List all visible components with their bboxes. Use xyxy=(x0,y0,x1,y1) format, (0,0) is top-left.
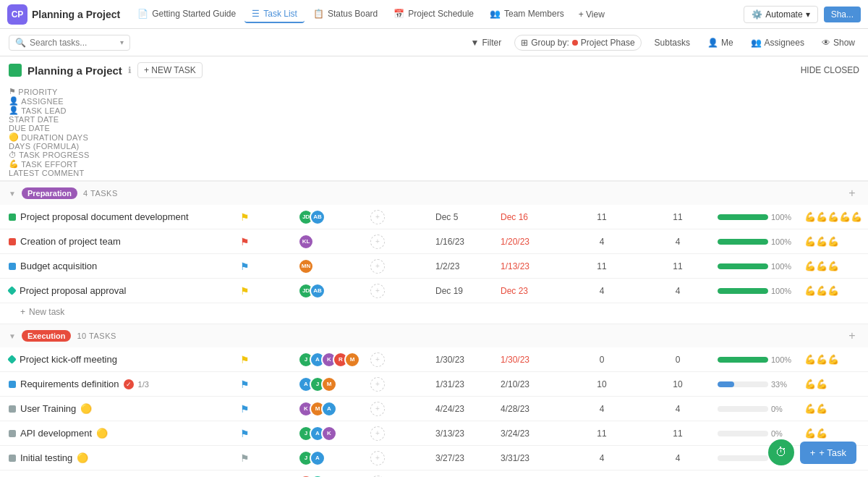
plus-icon: + xyxy=(20,307,25,317)
subtasks-button[interactable]: Subtasks xyxy=(650,35,694,50)
progress-label: 100% xyxy=(771,213,791,221)
column-headers: ⚑ PRIORITY 👤 ASSIGNEE 👤 TASK LEAD START … xyxy=(0,84,868,181)
col-task-effort[interactable]: 💪 TASK EFFORT xyxy=(9,159,859,169)
task-name-text: Initial testing xyxy=(20,452,72,463)
task-color-dot xyxy=(7,286,17,295)
col-task-progress[interactable]: ⏱ TASK PROGRESS xyxy=(9,151,859,159)
task-row[interactable]: API development 🟡 ⚑ J A K + 3/13/23 3/24… xyxy=(0,421,868,446)
progress-label: 100% xyxy=(771,287,791,295)
task-color-dot xyxy=(9,238,16,245)
assignee-cell: JD AB xyxy=(298,283,370,299)
filter-button[interactable]: ▼ Filter xyxy=(467,35,506,50)
due-date-cell: 3/24/23 xyxy=(501,429,566,439)
col-duration[interactable]: 🟡 DURATION DAYS xyxy=(9,132,859,142)
task-row[interactable]: Initial testing 🟡 ⚑ J A + 3/27/23 3/31/2… xyxy=(0,446,868,470)
task-lead-icon: + xyxy=(370,284,385,298)
me-button[interactable]: 👤 Me xyxy=(703,35,738,50)
task-row[interactable]: Usability testing 🟡 ⚑ CA T + 4/10/23 4/1… xyxy=(0,470,868,477)
avatar: T xyxy=(310,475,326,478)
col-assignee[interactable]: 👤 ASSIGNEE xyxy=(9,96,859,106)
col-task-lead[interactable]: 👤 TASK LEAD xyxy=(9,106,859,115)
due-date-cell: Dec 23 xyxy=(501,286,566,296)
preparation-badge: Preparation xyxy=(22,187,77,199)
progress-bar-wrap xyxy=(718,406,768,412)
col-start-date[interactable]: START DATE xyxy=(9,115,859,124)
list-icon: ☰ xyxy=(252,9,260,19)
planning-icon xyxy=(9,64,22,77)
timer-button[interactable]: ⏱ xyxy=(768,439,794,465)
new-task-header-button[interactable]: + NEW TASK xyxy=(137,62,203,78)
collapse-preparation-icon[interactable]: ▼ xyxy=(9,190,16,198)
task-row[interactable]: Budget acquisition ⚑ MN + 1/2/23 1/13/23… xyxy=(0,254,868,279)
col-priority[interactable]: ⚑ PRIORITY xyxy=(9,87,859,96)
plus-icon: + xyxy=(810,447,816,458)
automate-icon: ⚙️ xyxy=(752,9,762,20)
priority-icon: ⚑ xyxy=(240,354,250,366)
task-row[interactable]: Project proposal document development ⚑ … xyxy=(0,205,868,229)
avatar: M xyxy=(321,376,337,392)
task-color-dot xyxy=(9,263,16,270)
col-due-date[interactable]: DUE DATE xyxy=(9,124,859,132)
task-row[interactable]: Requirements definition ✓ 1/3 ⚑ A J M + … xyxy=(0,372,868,397)
task-lead-cell: + xyxy=(370,451,435,465)
task-color-dot xyxy=(9,455,16,462)
progress-cell: 100% xyxy=(718,237,804,246)
tab-task-list[interactable]: ☰ Task List xyxy=(244,6,305,23)
tab-project-schedule[interactable]: 📅 Project Schedule xyxy=(386,6,481,23)
task-row[interactable]: Creation of project team ⚑ KL + 1/16/23 … xyxy=(0,229,868,254)
add-view-button[interactable]: + View xyxy=(573,7,610,22)
automate-button[interactable]: ⚙️ Automate ▾ xyxy=(744,6,817,23)
start-date-cell: 1/31/23 xyxy=(435,379,501,389)
search-box[interactable]: 🔍 ▾ xyxy=(9,35,130,51)
add-task-main-button[interactable]: + + Task xyxy=(800,442,856,464)
priority-cell: ⚑ xyxy=(240,403,298,415)
tab-status-board[interactable]: 📋 Status Board xyxy=(306,6,385,23)
priority-icon: ⚑ xyxy=(240,211,250,223)
warning-emoji: 🟡 xyxy=(77,452,88,463)
show-button[interactable]: 👁 Show xyxy=(817,35,859,50)
assignee-cell: J A K xyxy=(298,426,370,442)
effort-cell: 💪💪💪 xyxy=(804,261,868,271)
progress-label: 33% xyxy=(771,380,787,389)
section-preparation-header: ▼ Preparation 4 TASKS + xyxy=(0,181,868,205)
due-date-cell: 2/10/23 xyxy=(501,379,566,389)
share-button[interactable]: Sha... xyxy=(824,7,861,22)
hide-closed-button[interactable]: HIDE CLOSED xyxy=(801,65,859,75)
warning-emoji: 🟡 xyxy=(80,403,92,414)
task-row[interactable]: User Training 🟡 ⚑ K M A + 4/24/23 4/28/2… xyxy=(0,397,868,421)
task-row[interactable]: Project proposal approval ⚑ JD AB + Dec … xyxy=(0,279,868,303)
col-days-formula[interactable]: DAYS (FORMULA) xyxy=(9,142,859,151)
progress-bar-wrap xyxy=(718,381,768,387)
add-execution-button[interactable]: + xyxy=(845,329,859,343)
group-by-button[interactable]: ⊞ Group by: Project Phase xyxy=(514,35,641,51)
tab-getting-started[interactable]: 📄 Getting Started Guide xyxy=(130,6,243,23)
tab-list: 📄 Getting Started Guide ☰ Task List 📋 St… xyxy=(130,6,610,23)
priority-icon: ⚑ xyxy=(240,452,250,464)
priority-icon: ⚑ xyxy=(240,236,250,248)
assignees-button[interactable]: 👥 Assignees xyxy=(746,35,809,50)
priority-cell: ⚑ xyxy=(240,211,298,223)
task-name-cell: Initial testing 🟡 xyxy=(9,452,240,463)
team-icon: 👥 xyxy=(490,9,501,19)
info-icon[interactable]: ℹ xyxy=(128,65,132,75)
priority-sort-icon: ⚑ xyxy=(9,87,16,96)
assignee-cell: A J M xyxy=(298,376,370,392)
effort-cell: 💪💪💪💪💪 xyxy=(804,211,868,222)
search-input[interactable] xyxy=(30,38,116,48)
tab-team-members[interactable]: 👥 Team Members xyxy=(482,6,571,23)
start-date-cell: 1/16/23 xyxy=(435,237,501,247)
task-row[interactable]: Project kick-off meeting ⚑ J A K R M + 1… xyxy=(0,347,868,372)
add-preparation-button[interactable]: + xyxy=(845,186,859,200)
start-date-cell: Dec 19 xyxy=(435,286,501,296)
task-lead-cell: + xyxy=(370,210,435,224)
priority-cell: ⚑ xyxy=(240,236,298,248)
effort-icon: 💪 xyxy=(9,159,19,169)
progress-bar xyxy=(718,381,734,387)
priority-icon: ⚑ xyxy=(240,261,250,272)
collapse-execution-icon[interactable]: ▼ xyxy=(9,332,16,340)
new-task-preparation-button[interactable]: + New task xyxy=(0,303,868,321)
task-lead-cell: + xyxy=(370,402,435,416)
task-lead-icon: + xyxy=(370,353,385,367)
assignee-cell: K M A xyxy=(298,401,370,417)
task-name-text: Project kick-off meeting xyxy=(20,354,117,365)
